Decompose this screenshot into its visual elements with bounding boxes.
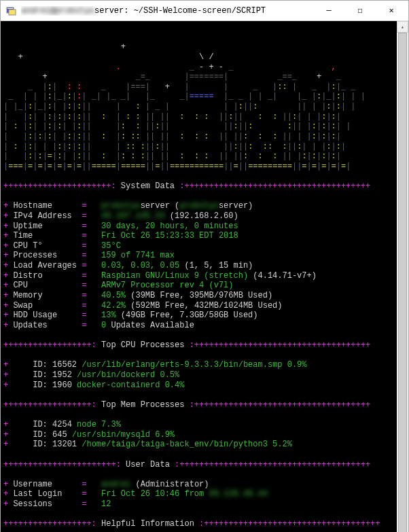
svg-rect-2 bbox=[7, 8, 13, 9]
sys-row-load-averages: + Load Averages = 0.03, 0.03, 0.05 (1, 5… bbox=[3, 261, 394, 271]
scroll-track[interactable] bbox=[397, 33, 408, 532]
window-title: andrei@probstyoserver: ~/SSH-Welcome-scr… bbox=[21, 6, 313, 16]
scroll-thumb[interactable] bbox=[398, 33, 407, 532]
sys-row-hostname: + Hostname = probstyoserver (probstyoser… bbox=[3, 201, 394, 211]
terminal-window: andrei@probstyoserver: ~/SSH-Welcome-scr… bbox=[0, 0, 409, 532]
window-controls: ─ ☐ ✕ bbox=[313, 1, 407, 21]
sys-row-processes: + Processes = 159 of 7741 max bbox=[3, 251, 394, 261]
sys-row-ipv4-address: + IPv4 Address = 49.197.145.33 (192.168.… bbox=[3, 211, 394, 221]
section-user-data: +++++++++++++++++++++++: User Data :++++… bbox=[3, 460, 394, 470]
putty-icon bbox=[6, 5, 17, 16]
close-button[interactable]: ✕ bbox=[376, 1, 407, 21]
sys-row-swap: + Swap = 42.2% (592MB Free, 432MB/1024MB… bbox=[3, 301, 394, 311]
user-row-sessions: + Sessions = 12 bbox=[3, 499, 394, 510]
sys-row-cpu: + CPU = ARMv7 Processor rev 4 (v7l) bbox=[3, 281, 394, 291]
minimize-button[interactable]: ─ bbox=[313, 1, 344, 21]
sys-row-cpu-t-: + CPU T° = 35°C bbox=[3, 241, 394, 251]
maximize-button[interactable]: ☐ bbox=[344, 1, 376, 21]
top-cpu-row: + ID: 1960 docker-containerd 0.4% bbox=[3, 380, 394, 391]
top-mem-row: + ID: 13201 /home/taiga/taiga-back_env/b… bbox=[3, 440, 394, 450]
user-row-username: + Username = andrei (Administrator) bbox=[3, 480, 394, 490]
vertical-scrollbar[interactable]: ▴ ▾ bbox=[397, 21, 408, 532]
sys-row-memory: + Memory = 40.5% (39MB Free, 395MB/976MB… bbox=[3, 291, 394, 301]
top-cpu-row: + ID: 16562 /usr/lib/erlang/erts-9.3.3.3… bbox=[3, 360, 394, 370]
top-mem-row: + ID: 645 /usr/sbin/mysqld 6.9% bbox=[3, 430, 394, 440]
sys-row-time: + Time = Fri Oct 26 15:23:33 EDT 2018 bbox=[3, 231, 394, 241]
titlebar[interactable]: andrei@probstyoserver: ~/SSH-Welcome-scr… bbox=[1, 1, 408, 21]
section-top-cpu: ++++++++++++++++++: Top CPU Processes :+… bbox=[3, 340, 394, 351]
terminal-output[interactable]: + + \ / . _ - + - _ , bbox=[1, 21, 397, 532]
terminal-body: + + \ / . _ - + - _ , bbox=[1, 21, 408, 532]
sys-row-updates: + Updates = 0 Updates Available bbox=[3, 321, 394, 331]
top-cpu-row: + ID: 1952 /usr/bin/dockerd 0.5% bbox=[3, 370, 394, 380]
scroll-up-button[interactable]: ▴ bbox=[397, 21, 408, 33]
top-mem-row: + ID: 4254 node 7.3% bbox=[3, 420, 394, 430]
section-top-mem: ++++++++++++++++++: Top Mem Processes :+… bbox=[3, 400, 394, 410]
user-row-last-login: + Last Login = Fri Oct 26 10:46 from 99.… bbox=[3, 489, 394, 499]
sys-row-distro: + Distro = Raspbian GNU/Linux 9 (stretch… bbox=[3, 271, 394, 281]
section-helpful: ++++++++++++++++++: Helpful Information … bbox=[3, 519, 394, 529]
section-system-data: ++++++++++++++++++++++: System Data :+++… bbox=[3, 181, 394, 192]
svg-rect-1 bbox=[9, 10, 16, 15]
sys-row-hdd-usage: + HDD Usage = 13% (49GB Free, 7.3GB/58GB… bbox=[3, 311, 394, 321]
sys-row-uptime: + Uptime = 30 days, 20 hours, 0 minutes bbox=[3, 221, 394, 232]
